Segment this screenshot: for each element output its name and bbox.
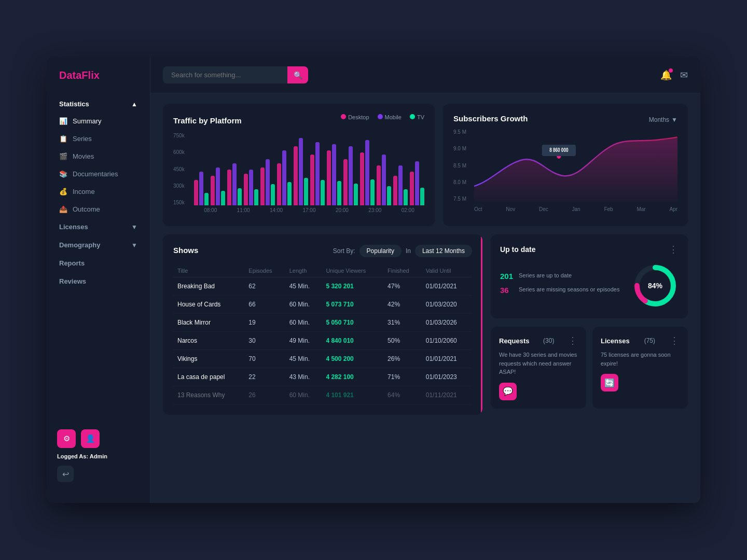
documentaries-icon: 📚 [59, 170, 67, 178]
bar-group-5 [277, 150, 292, 205]
reviews-nav[interactable]: Reviews [47, 272, 150, 290]
table-row: 13 Reasons Why 26 60 Min. 4 101 921 64% … [173, 386, 472, 404]
col-viewers: Unique Viewers [322, 264, 383, 277]
bar-2-0 [227, 170, 231, 205]
sort-popularity[interactable]: Popularity [359, 245, 402, 257]
show-viewers-cell: 5 073 710 [322, 296, 383, 314]
sidebar-item-movies[interactable]: 🎬 Movies [53, 147, 144, 165]
bar-4-0 [260, 167, 265, 205]
bar-10-2 [370, 179, 375, 205]
notification-button[interactable]: 🔔 [660, 69, 672, 81]
licenses-title: Licenses [601, 337, 630, 345]
mail-button[interactable]: ✉ [680, 69, 688, 81]
statistics-section: Statistics ▲ 📊 Summary 📋 Series 🎬 Movies… [47, 96, 150, 218]
refresh-icon: 🔄 [604, 378, 615, 388]
bar-12-2 [404, 189, 408, 205]
table-row: Narcos 30 49 Min. 4 840 010 50% 01/10/20… [173, 332, 472, 350]
bar-5-0 [277, 163, 281, 205]
sort-controls: Sort By: Popularity In Last 12 Months [333, 245, 472, 257]
licenses-card: Licenses (75) ⋮ 75 licenses are gonna so… [592, 327, 688, 409]
bar-group-11 [377, 155, 391, 205]
shows-card: Shows Sort By: Popularity In Last 12 Mon… [163, 234, 482, 415]
logout-button[interactable]: ↩ [57, 466, 74, 482]
sidebar-item-summary[interactable]: 📊 Summary [53, 112, 144, 130]
subs-header: Subscribers Growth Months ▼ [453, 114, 677, 125]
bar-2-2 [238, 188, 242, 205]
show-finished-cell: 47% [383, 277, 422, 296]
subscribers-chart-card: Subscribers Growth Months ▼ 9.5 M9.0 M8.… [443, 104, 688, 226]
sort-filter[interactable]: Last 12 Months [415, 245, 472, 257]
bar-1-1 [216, 167, 220, 205]
main-content: 🔍 🔔 ✉ Traffic by Platform [150, 57, 700, 503]
bar-group-2 [227, 163, 242, 205]
licenses-action-button[interactable]: 🔄 [601, 374, 618, 391]
show-finished-cell: 71% [383, 368, 422, 386]
demography-chevron: ▼ [131, 242, 137, 249]
show-length-cell: 60 Min. [285, 296, 322, 314]
search-button[interactable]: 🔍 [287, 66, 308, 83]
show-viewers-cell: 5 050 710 [322, 314, 383, 332]
documentaries-label: Documentaries [73, 170, 118, 178]
sidebar-item-outcome[interactable]: 📤 Outcome [53, 200, 144, 218]
show-finished-cell: 26% [383, 350, 422, 368]
bottom-mini-cards: Requests (30) ⋮ We have 30 series and mo… [491, 327, 688, 409]
user-actions: ⚙ 👤 [57, 429, 140, 448]
profile-button[interactable]: 👤 [81, 429, 100, 448]
show-episodes-cell: 30 [244, 332, 285, 350]
requests-header: Requests (30) ⋮ [499, 335, 578, 346]
stat-row-2: 36 Series are missing seasons or episode… [500, 286, 624, 295]
sidebar-item-documentaries[interactable]: 📚 Documentaries [53, 165, 144, 183]
logo-prefix: Data [59, 69, 81, 81]
search-wrap: 🔍 [163, 66, 308, 83]
show-title-cell: Black Mirror [173, 314, 244, 332]
months-select[interactable]: Months ▼ [649, 116, 677, 123]
requests-menu[interactable]: ⋮ [568, 335, 578, 346]
donut-chart: 84% [632, 262, 679, 309]
statistics-header[interactable]: Statistics ▲ [53, 96, 144, 112]
demography-nav[interactable]: Demography ▼ [47, 236, 150, 254]
bar-6-0 [294, 146, 298, 205]
legend-tv: TV [410, 114, 424, 120]
uptodate-title: Up to date [500, 245, 535, 254]
licenses-nav[interactable]: Licenses ▼ [47, 218, 150, 236]
show-valid-cell: 01/03/2020 [422, 296, 472, 314]
in-label: In [406, 247, 411, 255]
bar-3-1 [249, 170, 253, 205]
licenses-chevron: ▼ [131, 223, 137, 231]
uptodate-menu[interactable]: ⋮ [669, 244, 679, 255]
show-title-cell: House of Cards [173, 296, 244, 314]
months-label: Months [649, 116, 669, 123]
show-valid-cell: 01/01/2021 [422, 350, 472, 368]
bar-group-7 [310, 142, 325, 205]
sidebar-item-series[interactable]: 📋 Series [53, 130, 144, 147]
right-panel: Up to date ⋮ 201 Series are up to date 3 [491, 234, 688, 415]
col-length: Length [285, 264, 322, 277]
uptodate-stats: 201 Series are up to date 36 Series are … [500, 272, 624, 300]
reports-nav[interactable]: Reports [47, 254, 150, 272]
uptodate-header: Up to date ⋮ [500, 244, 679, 255]
settings-button[interactable]: ⚙ [57, 429, 76, 448]
sidebar: DataFlix Statistics ▲ 📊 Summary 📋 Series… [47, 57, 150, 503]
bar-6-2 [304, 178, 308, 205]
bar-group-10 [360, 140, 375, 205]
traffic-chart-card: Traffic by Platform Desktop Mobile TV 75… [163, 104, 435, 226]
shows-header: Shows Sort By: Popularity In Last 12 Mon… [173, 245, 472, 257]
bar-0-2 [204, 193, 209, 205]
show-finished-cell: 42% [383, 296, 422, 314]
legend-mobile: Mobile [378, 114, 402, 120]
series-icon: 📋 [59, 134, 67, 143]
income-icon: 💰 [59, 187, 67, 195]
notification-dot [669, 68, 673, 73]
requests-action-button[interactable]: 💬 [499, 383, 517, 400]
licenses-menu[interactable]: ⋮ [670, 335, 680, 346]
show-valid-cell: 01/01/2023 [422, 368, 472, 386]
bar-4-2 [271, 184, 275, 205]
search-input[interactable] [163, 66, 308, 83]
sidebar-item-income[interactable]: 💰 Income [53, 183, 144, 200]
bar-group-1 [211, 167, 225, 205]
show-title-cell: Vikings [173, 350, 244, 368]
bar-5-1 [282, 150, 286, 205]
licenses-header: Licenses (75) ⋮ [601, 335, 680, 346]
requests-card: Requests (30) ⋮ We have 30 series and mo… [491, 327, 586, 409]
logo: DataFlix [47, 69, 150, 96]
